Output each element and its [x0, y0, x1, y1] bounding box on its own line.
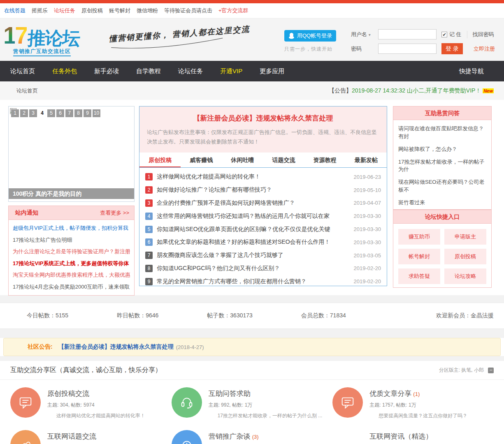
section-moderators[interactable]: 分区版主: 执笔, 小郎 [439, 367, 484, 374]
tab-original-post[interactable]: 原创投稿 [139, 153, 181, 167]
forum-name[interactable]: 原创投稿交流 [47, 390, 89, 398]
qq-login-button[interactable]: 用QQ帐号登录 [284, 30, 336, 42]
forum-name[interactable]: 优质文章分享 [369, 390, 411, 398]
announcement-text[interactable]: 2019-08-27 14:32:32 山小二,开通了年费赞助VIP！ [352, 87, 481, 94]
pager-7[interactable]: 7 [65, 109, 73, 117]
notice-item[interactable]: 淘宝天猫全网内部优惠券搜索程序上线，大额优惠 [13, 269, 130, 281]
nav-newbie-must-read[interactable]: 新手必读 [86, 61, 128, 81]
quick-earn-coins[interactable]: 赚互助币 [398, 229, 440, 245]
pager-8[interactable]: 8 [74, 109, 82, 117]
forum-quality-articles[interactable]: 优质文章分享(1) 主题: 1757, 帖数: 1万 想要提高闲鱼流量？这五点你… [332, 387, 494, 419]
forum-name[interactable]: 互联网资讯（精选） [369, 432, 432, 440]
community-notice-link[interactable]: 【新注册会员必读】违规发帖将永久禁言处理 [58, 343, 174, 351]
post-title[interactable]: 这样做网站优化才能提高网站的转化率！ [157, 173, 351, 180]
quick-account-unban[interactable]: 帐号解封 [398, 249, 440, 264]
post-row[interactable]: 4 这些常用的网络营销技巧你还知道吗？熟练的运用几个你就可以在家 2019-03… [145, 210, 381, 223]
post-title[interactable]: 企业的付费推广预算不是很高如何玩好网络营销推广？ [157, 199, 351, 207]
welcome-member-link[interactable]: 金晶法援 [471, 312, 494, 319]
register-link[interactable]: 立即注册 [474, 46, 495, 52]
username-dropdown-icon[interactable]: ▾ [369, 32, 371, 37]
post-title[interactable]: 常见的全网营销推广方式有哪些，你们现在都用什么营销？ [157, 278, 351, 285]
post-row[interactable]: 5 你知道网站SEO优化跟单页面优化的区别嘛？优化不仅仅是优化关键 2019-0… [145, 223, 381, 236]
tab-resource-tutorial[interactable]: 资源教程 [304, 153, 346, 167]
forum-name[interactable]: 营销推广杂谈 [209, 432, 251, 440]
post-title[interactable]: 你知道网站SEO优化跟单页面优化的区别嘛？优化不仅仅是优化关键 [157, 226, 351, 233]
tab-casual-chat[interactable]: 休闲吐嘈 [222, 153, 263, 167]
post-row[interactable]: 3 企业的付费推广预算不是很高如何玩好网络营销推广？ 2019-04-07 [145, 197, 381, 210]
post-title[interactable]: 朋友圈微商应该怎么做？掌握了这几个技巧就够了 [157, 252, 351, 259]
topbar-link-account-unban[interactable]: 账号解封 [109, 7, 130, 14]
notice-item[interactable]: 超级包月VIP正式上线，帖子随便发，扣积分算我 [13, 222, 130, 234]
quick-forum-guide[interactable]: 论坛攻略 [444, 268, 486, 284]
nav-self-study[interactable]: 自学教程 [128, 61, 170, 81]
post-row[interactable]: 2 如何做好论坛推广？论坛推广都有哪些技巧？ 2019-05-10 [145, 183, 381, 197]
remember-checkbox[interactable]: ✔ [441, 32, 447, 37]
qa-item[interactable]: 17推怎样发帖才能收录，一样的帖子为什 [398, 156, 486, 176]
post-row[interactable]: 9 常见的全网营销推广方式有哪些，你们现在都用什么营销？ 2019-02-20 [145, 275, 381, 288]
forum-original-post-exchange[interactable]: 原创投稿交流 主题: 304, 帖数: 5974 这样做网站优化才能提高网站的转… [10, 387, 172, 419]
topbar-link-official-group[interactable]: +官方交流群 [218, 7, 249, 14]
forum-last-post[interactable]: 17推怎样发帖才能收录，一样的帖子为什么别 ... [209, 412, 323, 419]
username-input[interactable] [378, 29, 437, 39]
announcement[interactable]: 【公告】2019-08-27 14:32:32 山小二,开通了年费赞助VIP！N… [329, 87, 494, 95]
pager-9[interactable]: 9 [84, 109, 91, 117]
post-title[interactable]: 如何做好论坛推广？论坛推广都有哪些技巧？ [157, 186, 351, 194]
nav-open-vip[interactable]: 开通VIP [211, 61, 251, 81]
qa-item[interactable]: 斑竹看过来 [398, 197, 486, 209]
post-title[interactable]: 你知道UGC和PGC吗？他们之间又有什么区别？ [157, 265, 351, 272]
post-row[interactable]: 1 这样做网站优化才能提高网站的转化率！ 2019-06-23 [145, 171, 381, 184]
nav-forum-home[interactable]: 论坛首页 [2, 61, 44, 81]
pager-1[interactable]: 1 [11, 109, 19, 117]
rules-notice-title[interactable]: 【新注册会员必读】违规发帖将永久禁言处理 [147, 113, 379, 123]
slideshow-caption[interactable]: 100积分 真的不是我的目的 [9, 188, 134, 199]
forum-last-post[interactable]: 想要提高闲鱼流量？这五点你做好了吗？ [369, 412, 467, 419]
topbar-link-wechat-fans[interactable]: 微信增粉 [137, 7, 158, 14]
password-input[interactable] [378, 44, 437, 54]
post-title[interactable]: 这些常用的网络营销技巧你还知道吗？熟练的运用几个你就可以在家 [157, 213, 351, 220]
forum-internet-news[interactable]: 互联网资讯（精选） [332, 430, 494, 444]
quick-apply-moderator[interactable]: 申请版主 [444, 229, 486, 245]
nav-task-outsourcing[interactable]: 任务外包 [44, 61, 86, 81]
notice-item[interactable]: 17推论坛主站广告位明细 [13, 234, 130, 246]
pager-6[interactable]: 6 [56, 109, 64, 117]
topbar-link-pending-verify[interactable]: 等待验证会员请点击 [164, 7, 212, 14]
post-row[interactable]: 7 朋友圈微商应该怎么做？掌握了这几个技巧就够了 2019-03-05 [145, 249, 381, 262]
post-row[interactable]: 6 如果优化文章的标题和描述？好的标题和描述对SEO会有什么作用！ 2019-0… [145, 236, 381, 249]
notice-item[interactable]: 17推论坛4月忠实会员奖励2000互助币，速来领取 [13, 281, 130, 293]
nav-forum-tasks[interactable]: 论坛任务 [170, 61, 211, 81]
pager-3[interactable]: 3 [29, 109, 37, 117]
quick-original-post[interactable]: 原创投稿 [444, 249, 486, 264]
forum-mutual-help-qa[interactable]: 互助问答求助 主题: 992, 帖数: 1万 17推怎样发帖才能收录，一样的帖子… [172, 387, 333, 419]
pager-5[interactable]: 5 [47, 109, 55, 117]
pager-2[interactable]: 2 [20, 109, 28, 117]
qa-item[interactable]: 现在网站做SEO还有必要吗？公司老板不 [398, 176, 486, 197]
pager-4-active[interactable]: 4 [38, 109, 46, 117]
nav-quick-navigation[interactable]: 快捷导航 [451, 61, 492, 81]
post-row[interactable]: 8 你知道UGC和PGC吗？他们之间又有什么区别？ 2019-02-20 [145, 262, 381, 275]
site-logo[interactable]: 17 推论坛 营销推广互助交流社区 [3, 23, 96, 56]
quick-help-qa[interactable]: 求助答疑 [398, 268, 440, 284]
forum-internet-topics[interactable]: 互联网话题交流 [10, 430, 172, 444]
nav-more-apps[interactable]: 更多应用 [251, 61, 293, 81]
notice-item[interactable]: 17推论坛VIP系统正式上线，更多超值特权等你体 [13, 258, 130, 270]
forum-name[interactable]: 互助问答求助 [209, 390, 251, 398]
qa-item[interactable]: 请问现在谁在做百度贴吧群发信息？有封 [398, 123, 486, 143]
forum-last-post[interactable]: 这样做网站优化才能提高网站的转化率！ [47, 412, 145, 419]
topbar-link-original-post[interactable]: 原创投稿 [81, 7, 103, 14]
tab-topic-exchange[interactable]: 话题交流 [263, 153, 304, 167]
forum-name[interactable]: 互联网话题交流 [47, 432, 96, 440]
post-title[interactable]: 如果优化文章的标题和描述？好的标题和描述对SEO会有什么作用！ [157, 238, 351, 246]
breadcrumb-home[interactable]: 论坛首页 [16, 87, 38, 95]
pager-10[interactable]: 10 [93, 109, 100, 117]
site-notice-more-link[interactable]: 查看更多 >> [100, 209, 129, 217]
forum-marketing-chat[interactable]: 营销推广杂谈(3) [172, 430, 333, 444]
slideshow[interactable]: 1 2 3 4 5 6 7 8 9 10 100积分 真的不是我的目的 [8, 106, 135, 202]
notice-item[interactable]: 为什么注册论坛之后是等待验证验证用户？新注册 [13, 246, 130, 258]
qa-item[interactable]: 网站被降权了，怎么办？ [398, 143, 486, 156]
topbar-link-shake[interactable]: 摇摇乐 [32, 7, 48, 14]
tab-latest-posts[interactable]: 最新发帖 [346, 153, 387, 167]
tab-witkey-earn[interactable]: 威客赚钱 [181, 153, 222, 167]
collapse-icon[interactable]: − [488, 368, 494, 373]
topbar-link-forum-tasks[interactable]: 论坛任务 [54, 7, 75, 14]
topbar-link-online-quiz[interactable]: 在线答题 [4, 7, 26, 14]
